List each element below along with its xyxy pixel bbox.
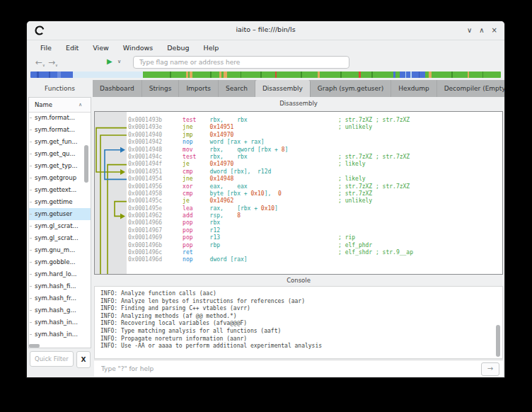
memory-map-bar[interactable] [30, 71, 501, 78]
run-button[interactable]: ▶ [107, 57, 112, 65]
asm-token-reg: dword [rax] [210, 256, 248, 263]
forward-button[interactable]: → [48, 57, 55, 67]
function-row[interactable]: sym.format... [29, 124, 91, 136]
asm-token-jmp: jmp [183, 132, 210, 138]
command-input[interactable] [94, 360, 490, 377]
function-row[interactable]: sym.hard_lo... [29, 268, 91, 280]
asm-token-reg: [rbx + [237, 205, 261, 212]
functions-scrollbar[interactable] [84, 145, 88, 183]
menu-item-view[interactable]: View [86, 42, 115, 54]
tab-search[interactable]: Search [219, 80, 255, 97]
disassembly-line[interactable]: 0x00014942 nop word [rax + rax] [95, 139, 502, 146]
sort-ascending-icon: ∧ [79, 98, 82, 112]
disassembly-line[interactable]: 0x0001496b pop rbp; elf_phdr [95, 242, 502, 249]
function-list: sym.format...sym.format...sym.get_fun...… [29, 112, 91, 341]
disassembly-line[interactable]: 0x00014948 mov rbx, qword [rbx + 8] [95, 147, 502, 154]
function-row[interactable]: sym.gnu_m... [29, 244, 91, 256]
asm-token-num: 0x14951 [210, 124, 234, 130]
disassembly-line[interactable]: 0x00014954 jne 0x14948; likely [95, 176, 502, 183]
disassembly-line[interactable]: 0x0001495e lea rax, [rbx + 0x10] [95, 205, 502, 212]
execute-command-button[interactable]: → [481, 362, 499, 376]
disassembly-line[interactable]: 0x0001496c ret; elf_shdr ; str.9__ap [95, 249, 502, 256]
instruction-address: 0x00014969 [128, 234, 183, 241]
disassembly-line[interactable]: 0x00014962 add rsp, 8 [95, 212, 502, 219]
console-scrollbar[interactable] [496, 325, 500, 357]
function-row[interactable]: sym.gl_scrat... [29, 220, 91, 232]
disassembly-line[interactable]: 0x0001494f je 0x14970; likely [95, 161, 502, 168]
disassembly-line[interactable]: 0x00014967 pop r12 [95, 227, 502, 234]
function-row[interactable]: sym.gettime [29, 196, 91, 208]
asm-token-num: 8 [237, 212, 241, 219]
disassembly-line[interactable]: 0x00014940 jmp 0x14970 [95, 132, 502, 139]
menu-item-help[interactable]: Help [197, 42, 226, 54]
tab-strings[interactable]: Strings [142, 80, 180, 97]
instruction-address: 0x00014967 [128, 227, 183, 234]
disassembly-line[interactable]: 0x00014966 pop rbx [95, 219, 502, 227]
asm-token-op: nop [183, 139, 210, 145]
column-header-label: Name [35, 101, 52, 108]
disassembly-line[interactable]: 0x0001495c je 0x14962; unlikely [95, 198, 502, 205]
instruction-address: 0x00014962 [128, 212, 183, 219]
disassembly-line[interactable]: 0x00014958 cmp byte [rbx + 0x10], 0; str… [95, 190, 502, 198]
function-row[interactable]: sym.get_typ... [29, 160, 91, 172]
function-row[interactable]: sym.gettext... [29, 184, 91, 196]
tab-decompiler-empty[interactable]: Decompiler (Empty) [437, 80, 504, 97]
instruction-comment: ; str.7zXZ [338, 190, 372, 198]
disassembly-line[interactable]: 0x00014969 pop r13; rip [95, 234, 502, 241]
function-row[interactable]: sym.hash_fr... [29, 292, 91, 304]
function-row[interactable]: sym.gobble... [29, 256, 91, 268]
menu-item-debug[interactable]: Debug [161, 42, 195, 54]
tab-imports[interactable]: Imports [179, 80, 219, 97]
asm-token-mn: mov [183, 147, 210, 153]
memory-segment [412, 71, 418, 78]
asm-token-op: nop [183, 256, 210, 263]
disassembly-view[interactable]: 0x0001493b test rbx, rbx; str.7zXZ ; str… [94, 111, 503, 275]
menu-item-file[interactable]: File [34, 42, 58, 54]
tab-hexdump[interactable]: Hexdump [391, 80, 436, 97]
disassembly-line[interactable]: 0x00014956 xor eax, eax; str.7zXZ ; str.… [95, 183, 502, 190]
screen: iaito – file:///bin/ls ∨ ∧ × FileEditVie… [0, 0, 532, 412]
function-row[interactable]: sym.get_fun... [29, 136, 91, 148]
disassembly-line[interactable]: 0x0001494c test rbx, rbx; str.7zXZ ; str… [95, 154, 502, 161]
disassembly-line[interactable]: 0x0001493b test rbx, rbx; str.7zXZ ; str… [95, 117, 502, 124]
minimize-icon[interactable]: ∨ [467, 25, 472, 36]
function-row[interactable]: sym.getuser [29, 208, 91, 220]
functions-hscrollbar[interactable] [29, 344, 40, 348]
function-row[interactable]: sym.getgroup [29, 172, 91, 184]
command-bar: → [94, 360, 503, 377]
functions-column-header[interactable]: Name ∧ [29, 98, 91, 113]
menu-item-windows[interactable]: Windows [117, 42, 159, 54]
function-row[interactable]: sym.gl_scrat... [29, 232, 91, 244]
asm-token-reg: qword [rbx + [237, 147, 282, 153]
disassembly-line[interactable]: 0x0001496d nop dword [rax] [95, 256, 502, 263]
instruction: 0x00014966 pop rbx [128, 219, 220, 227]
function-row[interactable]: sym.hash_fi... [29, 280, 91, 292]
function-row[interactable]: sym.hash_in... [29, 316, 91, 328]
tab-graph-sym-getuser[interactable]: Graph (sym.getuser) [311, 80, 392, 97]
instruction: 0x0001494c test rbx, rbx [128, 154, 248, 161]
disassembly-line[interactable]: 0x0001493e jne 0x14951; unlikely [95, 124, 502, 131]
maximize-icon[interactable]: ∧ [479, 25, 484, 36]
function-row[interactable]: sym.get_qu... [29, 148, 91, 160]
tab-disassembly[interactable]: Disassembly [255, 80, 311, 97]
function-row[interactable]: sym.format... [29, 112, 91, 124]
menu-bar: FileEditViewWindowsDebugHelp [27, 40, 504, 55]
disassembly-line[interactable]: 0x00014951 cmp dword [rbx], r12d [95, 168, 502, 176]
menu-item-edit[interactable]: Edit [59, 42, 85, 54]
quick-filter-input[interactable] [30, 351, 74, 367]
function-row[interactable]: sym.hash_in... [29, 328, 91, 341]
tab-dashboard[interactable]: Dashboard [93, 80, 142, 97]
back-button[interactable]: ← [35, 57, 42, 67]
run-dropdown-icon[interactable]: ∨ [117, 59, 121, 64]
asm-token-mn: pop [183, 242, 210, 248]
asm-token-reg: ] [285, 147, 289, 153]
instruction: 0x0001495e lea rax, [rbx + 0x10] [128, 205, 278, 212]
function-row[interactable]: sym.hash_g... [29, 304, 91, 316]
flag-search-input[interactable] [133, 56, 349, 69]
back-dropdown-icon[interactable]: ∨ [42, 63, 45, 67]
forward-dropdown-icon[interactable]: ∨ [55, 63, 58, 67]
filter-clear-button[interactable]: X [76, 351, 91, 368]
memory-segment [342, 71, 359, 78]
close-icon[interactable]: × [492, 25, 497, 36]
asm-token-num: 0x14970 [210, 161, 234, 167]
